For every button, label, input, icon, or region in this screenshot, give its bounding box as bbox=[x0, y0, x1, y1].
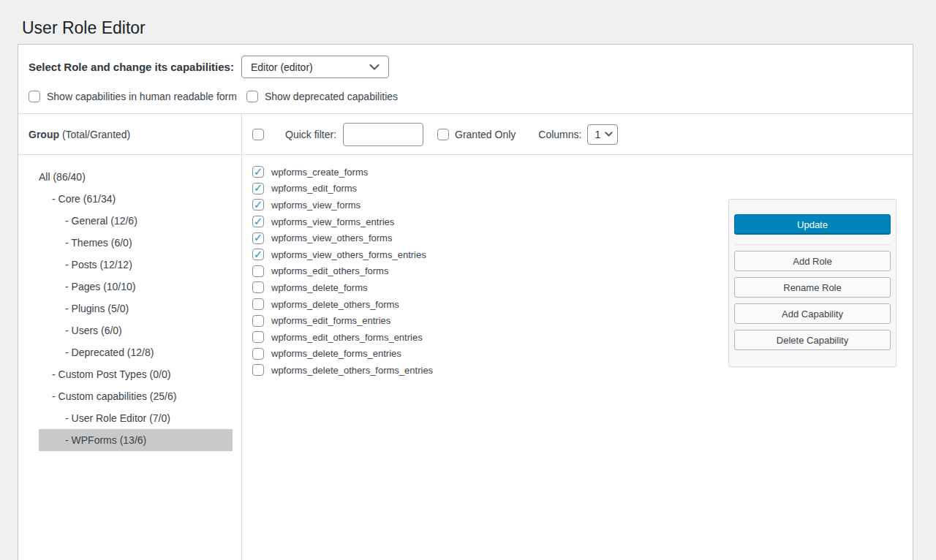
quick-filter-label: Quick filter: bbox=[285, 129, 336, 140]
human-readable-label: Show capabilities in human readable form bbox=[47, 91, 237, 102]
capability-checkbox[interactable] bbox=[252, 281, 264, 293]
group-header: Group (Total/Granted) bbox=[18, 114, 241, 155]
columns-select[interactable]: 1 bbox=[587, 124, 618, 145]
capability-checkbox[interactable] bbox=[252, 315, 264, 327]
capability-row[interactable]: wpforms_create_forms bbox=[252, 164, 913, 181]
groups-tree: All (86/40)- Core (61/34)- General (12/6… bbox=[39, 166, 233, 451]
capability-checkbox[interactable] bbox=[252, 216, 264, 227]
update-button[interactable]: Update bbox=[734, 214, 891, 235]
capability-checkbox[interactable] bbox=[252, 298, 264, 310]
chevron-down-icon bbox=[605, 132, 613, 137]
tree-item[interactable]: - Plugins (5/0) bbox=[39, 298, 233, 319]
capability-checkbox[interactable] bbox=[252, 249, 264, 260]
capability-checkbox[interactable] bbox=[252, 183, 264, 194]
capabilities-column: Quick filter: Granted Only Columns: 1 wp… bbox=[242, 114, 913, 560]
rename-role-button[interactable]: Rename Role bbox=[734, 277, 891, 298]
tree-item[interactable]: - Pages (10/10) bbox=[39, 276, 233, 298]
role-select-label: Select Role and change its capabilities: bbox=[29, 61, 234, 73]
deprecated-label: Show deprecated capabilities bbox=[265, 91, 398, 102]
capability-label: wpforms_create_forms bbox=[271, 167, 368, 178]
capability-label: wpforms_edit_forms bbox=[271, 183, 357, 194]
capability-checkbox[interactable] bbox=[252, 348, 264, 360]
quick-filter-input[interactable] bbox=[343, 123, 423, 146]
user-role-editor-panel: Select Role and change its capabilities:… bbox=[18, 44, 913, 560]
group-header-rest: (Total/Granted) bbox=[59, 129, 130, 140]
capability-label: wpforms_view_forms bbox=[271, 200, 361, 211]
tree-item[interactable]: - Custom capabilities (25/6) bbox=[39, 385, 233, 407]
capability-label: wpforms_edit_forms_entries bbox=[271, 315, 390, 326]
tree-item[interactable]: - General (12/6) bbox=[39, 210, 233, 232]
chevron-down-icon bbox=[369, 64, 380, 70]
role-select-row: Select Role and change its capabilities:… bbox=[18, 45, 913, 78]
capability-label: wpforms_delete_others_forms bbox=[271, 299, 399, 310]
capability-label: wpforms_delete_forms_entries bbox=[271, 348, 401, 359]
panel-divider bbox=[734, 244, 891, 245]
groups-column: Group (Total/Granted) All (86/40)- Core … bbox=[18, 114, 242, 560]
capability-checkbox[interactable] bbox=[252, 232, 264, 244]
tree-item[interactable]: - Themes (6/0) bbox=[39, 232, 233, 254]
capability-label: wpforms_edit_others_forms bbox=[271, 265, 388, 276]
capability-label: wpforms_edit_others_forms_entries bbox=[271, 332, 423, 343]
capability-row[interactable]: wpforms_edit_forms bbox=[252, 181, 913, 197]
page-title: User Role Editor bbox=[0, 0, 936, 39]
capability-label: wpforms_delete_others_forms_entries bbox=[271, 365, 433, 376]
actions-panel: Update Add Role Rename Role Add Capabili… bbox=[728, 199, 897, 367]
granted-only-checkbox[interactable] bbox=[437, 129, 449, 140]
select-all-checkbox[interactable] bbox=[252, 129, 264, 140]
delete-capability-button[interactable]: Delete Capability bbox=[734, 330, 891, 350]
capability-checkbox[interactable] bbox=[252, 265, 264, 277]
add-role-button[interactable]: Add Role bbox=[734, 251, 891, 271]
tree-item[interactable]: - Posts (12/12) bbox=[39, 254, 233, 276]
columns-select-value: 1 bbox=[595, 129, 600, 140]
tree-item[interactable]: - Custom Post Types (0/0) bbox=[39, 363, 233, 385]
capability-label: wpforms_view_forms_entries bbox=[271, 216, 394, 227]
capability-checkbox[interactable] bbox=[252, 331, 264, 343]
role-select-value: Editor (editor) bbox=[251, 61, 313, 73]
capability-label: wpforms_delete_forms bbox=[271, 282, 368, 293]
group-header-bold: Group bbox=[29, 129, 59, 140]
deprecated-checkbox[interactable] bbox=[246, 91, 258, 102]
add-capability-button[interactable]: Add Capability bbox=[734, 303, 891, 324]
granted-only-label: Granted Only bbox=[455, 129, 516, 140]
tree-item[interactable]: - Core (61/34) bbox=[39, 188, 233, 210]
tree-item[interactable]: - Deprecated (12/8) bbox=[39, 341, 233, 363]
tree-item[interactable]: - WPForms (13/6) bbox=[39, 429, 233, 451]
columns-label: Columns: bbox=[538, 129, 581, 140]
capability-label: wpforms_view_others_forms bbox=[271, 232, 392, 243]
display-options-row: Show capabilities in human readable form… bbox=[18, 78, 913, 114]
filter-row: Quick filter: Granted Only Columns: 1 bbox=[242, 114, 913, 155]
capability-label: wpforms_view_others_forms_entries bbox=[271, 249, 426, 260]
tree-item[interactable]: - User Role Editor (7/0) bbox=[39, 407, 233, 429]
tree-item[interactable]: All (86/40) bbox=[39, 166, 233, 188]
capability-checkbox[interactable] bbox=[252, 166, 264, 178]
human-readable-checkbox[interactable] bbox=[29, 91, 40, 102]
content-area: Group (Total/Granted) All (86/40)- Core … bbox=[18, 114, 913, 560]
capability-checkbox[interactable] bbox=[252, 364, 264, 376]
capability-checkbox[interactable] bbox=[252, 199, 264, 211]
role-select[interactable]: Editor (editor) bbox=[241, 56, 389, 78]
tree-item[interactable]: - Users (6/0) bbox=[39, 319, 233, 341]
